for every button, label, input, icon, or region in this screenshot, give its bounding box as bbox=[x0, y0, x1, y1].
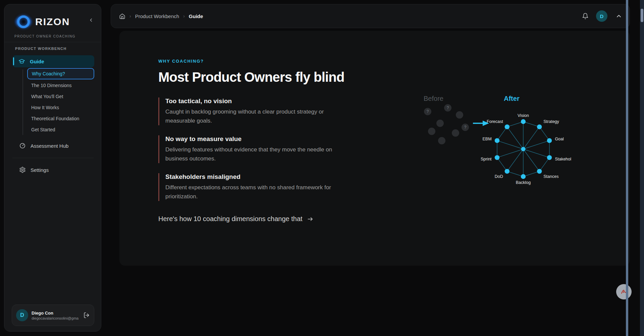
sidebar-item-label: Settings bbox=[31, 167, 49, 173]
guide-subnav: Why Coaching?The 10 DimensionsWhat You'l… bbox=[4, 68, 102, 135]
problem-title: Too tactical, no vision bbox=[165, 97, 351, 105]
radar-axis-label: DoD bbox=[495, 174, 503, 179]
radar-spoke bbox=[523, 149, 539, 171]
radar-spoke bbox=[497, 149, 523, 157]
radar-spoke bbox=[497, 141, 523, 149]
problem-block: Stakeholders misalignedDifferent expecta… bbox=[158, 173, 351, 201]
logo: RIZON bbox=[14, 12, 98, 32]
radar-vertex-dot bbox=[505, 124, 509, 129]
brand-eye-icon bbox=[14, 14, 33, 30]
page-scrollbar[interactable] bbox=[640, 0, 644, 336]
brand-name: RIZON bbox=[35, 16, 70, 27]
pdf-extension-button[interactable] bbox=[616, 284, 632, 299]
page-title: Most Product Owners fly blind bbox=[158, 70, 363, 85]
radar-vertex-dot bbox=[547, 155, 552, 160]
radar-axis-label: EBM bbox=[483, 137, 492, 141]
question-dot: ? bbox=[444, 104, 451, 112]
topbar-actions: D bbox=[582, 10, 622, 22]
inner-scrollbar[interactable] bbox=[626, 0, 628, 336]
problem-description: Caught in backlog grooming without a cle… bbox=[165, 107, 351, 125]
question-dot: ? bbox=[424, 108, 431, 115]
subnav-item[interactable]: The 10 Dimensions bbox=[27, 80, 94, 91]
problem-list: Too tactical, no visionCaught in backlog… bbox=[158, 97, 363, 201]
subnav-item[interactable]: Get Started bbox=[27, 124, 94, 135]
radar-spoke bbox=[523, 141, 549, 149]
radar-vertex-dot bbox=[521, 174, 526, 179]
main-content: WHY COACHING? Most Product Owners fly bl… bbox=[158, 59, 363, 223]
breadcrumb-parent[interactable]: Product Workbench bbox=[135, 13, 179, 19]
before-dots: ??? bbox=[421, 100, 475, 149]
gauge-icon bbox=[19, 142, 26, 149]
subnav-item[interactable]: How It Works bbox=[27, 102, 94, 113]
subnav-item[interactable]: Theoretical Foundation bbox=[27, 113, 94, 124]
radar-vertex-dot bbox=[495, 155, 499, 160]
problem-block: No way to measure valueDelivering featur… bbox=[158, 135, 351, 163]
subnav-rail bbox=[22, 69, 23, 135]
avatar: D bbox=[16, 309, 28, 321]
brand-tagline: PRODUCT OWNER COACHING bbox=[14, 35, 75, 38]
user-card[interactable]: D Diego Con diegocavalariconsolini@gmail… bbox=[12, 305, 94, 326]
radar-axis-label: Sprint bbox=[481, 157, 492, 161]
after-radar-chart: VisionStrategyGoalStakeholderStancesBack… bbox=[480, 107, 571, 191]
radar-spoke bbox=[523, 149, 549, 157]
breadcrumb-current: Guide bbox=[189, 13, 203, 19]
radar-axis-label: Stakeholder bbox=[555, 157, 571, 161]
dot bbox=[428, 128, 435, 135]
dot bbox=[436, 120, 444, 127]
sidebar-item-assessment-hub[interactable]: Assessment Hub bbox=[12, 140, 94, 152]
sidebar: RIZON PRODUCT OWNER COACHING PRODUCT WOR… bbox=[4, 4, 101, 332]
page-scrollbar-thumb[interactable] bbox=[641, 9, 643, 22]
subnav-item[interactable]: Why Coaching? bbox=[27, 68, 94, 79]
problem-description: Different expectations across teams with… bbox=[165, 183, 351, 201]
radar-vertex-dot bbox=[495, 138, 499, 143]
radar-axis-label: Strategy bbox=[543, 119, 559, 124]
sidebar-item-guide[interactable]: Guide bbox=[12, 55, 94, 67]
radar-axis-label: Stances bbox=[543, 174, 558, 179]
radar-axis-label: Backlog bbox=[516, 180, 531, 185]
sidebar-item-settings[interactable]: Settings bbox=[12, 164, 94, 176]
sidebar-item-label: Assessment Hub bbox=[31, 143, 68, 149]
section-eyebrow: WHY COACHING? bbox=[158, 59, 363, 64]
sidebar-collapse-button[interactable] bbox=[88, 16, 95, 24]
radar-vertex-dot bbox=[505, 169, 509, 174]
radar-vertex-dot bbox=[537, 169, 542, 174]
divider bbox=[12, 158, 94, 158]
dot bbox=[438, 137, 445, 144]
home-icon[interactable] bbox=[119, 13, 125, 19]
graduation-cap-icon bbox=[18, 58, 25, 65]
radar-vertex-dot bbox=[547, 138, 552, 143]
user-email: diegocavalariconsolini@gmail.... bbox=[32, 316, 78, 320]
problem-description: Delivering features without evidence tha… bbox=[165, 145, 351, 163]
subnav-item[interactable]: What You'll Get bbox=[27, 91, 94, 102]
divider bbox=[4, 42, 101, 42]
active-indicator bbox=[13, 57, 14, 65]
bell-icon[interactable] bbox=[582, 13, 589, 19]
chevron-left-icon bbox=[89, 17, 94, 23]
dot bbox=[452, 129, 459, 137]
radar-spoke bbox=[507, 127, 523, 149]
logout-icon[interactable] bbox=[83, 312, 90, 319]
after-label: After bbox=[504, 95, 520, 103]
avatar[interactable]: D bbox=[596, 10, 607, 22]
breadcrumb-separator: › bbox=[183, 13, 185, 19]
question-dot: ? bbox=[462, 124, 469, 131]
breadcrumb-separator: › bbox=[129, 13, 131, 19]
footer-line: Here's how 10 coaching dimensions change… bbox=[158, 215, 363, 223]
radar-vertex-dot bbox=[521, 119, 526, 124]
problem-title: Stakeholders misaligned bbox=[165, 173, 351, 181]
footer-text: Here's how 10 coaching dimensions change… bbox=[158, 215, 303, 223]
radar-axis-label: Vision bbox=[518, 113, 529, 118]
top-bar: › Product Workbench › Guide D bbox=[111, 4, 630, 28]
nav-section-label: PRODUCT WORKBENCH bbox=[15, 47, 66, 51]
dot bbox=[456, 111, 463, 119]
gear-icon bbox=[19, 166, 26, 173]
radar-spoke bbox=[507, 149, 523, 171]
problem-title: No way to measure value bbox=[165, 135, 351, 143]
user-meta: Diego Con diegocavalariconsolini@gmail..… bbox=[32, 311, 78, 320]
sidebar-item-label: Guide bbox=[30, 59, 44, 64]
radar-axis-label: Goal bbox=[555, 137, 564, 141]
radar-axis-label: Forecast bbox=[487, 119, 503, 124]
chevron-up-icon[interactable] bbox=[615, 13, 622, 19]
radar-vertex-dot bbox=[537, 124, 542, 129]
problem-block: Too tactical, no visionCaught in backlog… bbox=[158, 97, 351, 125]
